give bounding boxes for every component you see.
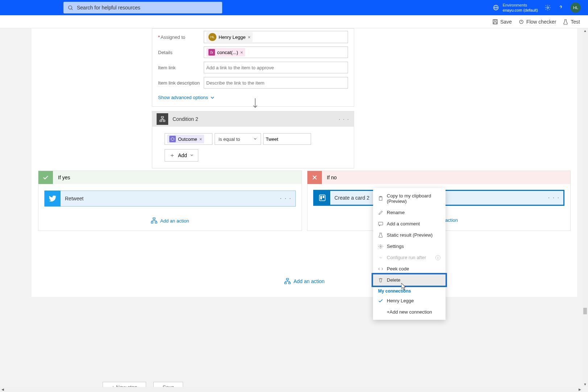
topbar-right: Environments enayu.com (default) HL [493, 3, 581, 13]
test-icon [563, 19, 568, 25]
search-placeholder: Search for helpful resources [77, 5, 140, 11]
svg-point-5 [547, 7, 549, 9]
user-avatar[interactable]: HL [571, 3, 581, 13]
save-icon [492, 19, 498, 25]
environment-icon [493, 4, 499, 11]
svg-rect-7 [494, 20, 496, 21]
checker-label: Flow checker [526, 19, 556, 25]
checker-icon [518, 19, 524, 25]
save-label: Save [500, 19, 512, 25]
environment-label: Environments [503, 3, 538, 8]
search-icon [68, 5, 73, 11]
command-bar: Save Flow checker Test [0, 15, 588, 28]
settings-icon[interactable] [544, 4, 551, 11]
search-box[interactable]: Search for helpful resources [63, 2, 222, 13]
svg-line-1 [71, 9, 73, 10]
test-button[interactable]: Test [563, 19, 580, 25]
save-button[interactable]: Save [492, 19, 512, 25]
flow-checker-button[interactable]: Flow checker [518, 19, 556, 25]
environment-picker[interactable]: Environments enayu.com (default) [493, 3, 538, 13]
test-label: Test [571, 19, 580, 25]
help-icon[interactable] [558, 4, 564, 11]
svg-rect-8 [494, 22, 497, 24]
svg-point-0 [69, 5, 72, 9]
top-bar: Search for helpful resources Environment… [0, 0, 588, 15]
environment-name: enayu.com (default) [503, 8, 538, 13]
